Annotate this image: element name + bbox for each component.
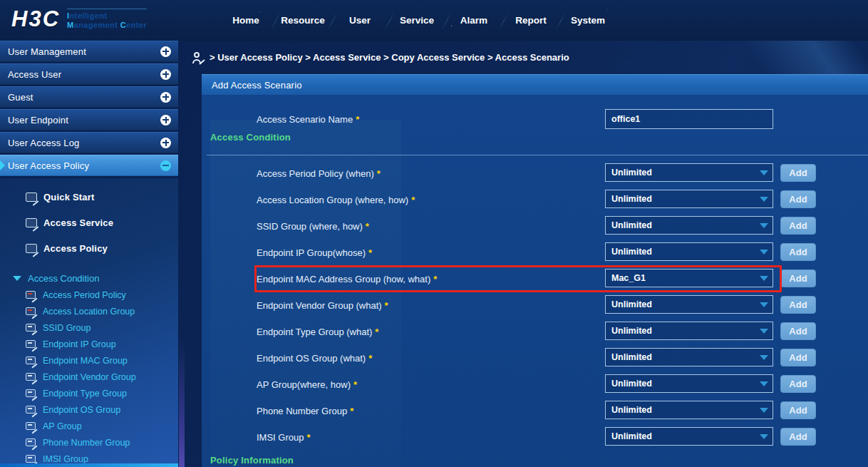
required-asterisk: *	[385, 299, 388, 310]
h3c-brand-text: H3C	[11, 6, 60, 32]
imsi-group-select[interactable]: Unlimited	[605, 427, 773, 446]
ap-group-icon	[26, 422, 36, 430]
form-row-endpoint-vendor-group: Endpoint Vendor Group (what)* Unlimited …	[202, 292, 868, 318]
tree-item-access-policy[interactable]: Access Policy	[0, 235, 178, 261]
required-asterisk: *	[377, 168, 381, 178]
add-endpoint-os-group-button[interactable]: Add	[780, 349, 816, 366]
phone-number-group-select[interactable]: Unlimited	[605, 401, 773, 419]
ap-group-select[interactable]: Unlimited	[605, 374, 773, 393]
nav-item-report[interactable]: Report	[502, 15, 559, 26]
sidebar-item-user-access-log[interactable]: User Access Log	[0, 132, 178, 153]
sidebar-item-user-endpoint[interactable]: User Endpoint	[0, 109, 178, 130]
chevron-down-icon	[760, 170, 768, 175]
imc-logo-text: Intelligent Management Center	[67, 9, 147, 30]
ssid-group-icon	[26, 324, 36, 332]
tree-item-endpoint-mac-group[interactable]: Endpoint MAC Group	[0, 352, 178, 369]
chevron-down-icon	[760, 434, 768, 439]
endpoint-ip-group-select[interactable]: Unlimited	[605, 242, 773, 261]
add-endpoint-type-group-button[interactable]: Add	[780, 322, 816, 340]
nav-item-resource[interactable]: Resource	[274, 15, 331, 26]
add-access-location-group-button[interactable]: Add	[780, 190, 816, 208]
tree-item-ap-group[interactable]: AP Group	[0, 418, 178, 434]
tree-item-imsi-group[interactable]: IMSI Group	[0, 451, 178, 463]
add-ap-group-button[interactable]: Add	[780, 375, 816, 393]
endpoint-type-group-select[interactable]: Unlimited	[605, 322, 773, 340]
tree-item-access-service[interactable]: Access Service	[0, 210, 178, 235]
tree-item-quick-start[interactable]: Quick Start	[0, 184, 178, 210]
chevron-down-icon	[13, 276, 21, 281]
access-period-policy-select[interactable]: Unlimited	[605, 163, 773, 182]
phone-number-group-icon	[26, 438, 36, 446]
h3c-logo: H3C Intelligent Management Center	[11, 6, 147, 32]
chevron-down-icon	[760, 381, 768, 386]
tree-item-ssid-group[interactable]: SSID Group	[0, 319, 178, 336]
endpoint-vendor-group-select[interactable]: Unlimited	[605, 295, 773, 314]
access-policy-icon	[26, 244, 37, 253]
form-row-access-period-policy: Access Period Policy (when)* Unlimited A…	[202, 160, 868, 186]
tree-item-endpoint-os-group[interactable]: Endpoint OS Group	[0, 401, 178, 418]
form-row-endpoint-ip-group: Endpoint IP Group(whose)* Unlimited Add	[202, 239, 868, 265]
panel-body: Access Scenario Name* Access Condition A…	[202, 95, 868, 467]
sidebar-item-user-management[interactable]: User Management	[0, 41, 178, 62]
required-asterisk: *	[350, 405, 353, 416]
form-row-ap-group: AP Group(where, how)* Unlimited Add	[202, 371, 868, 397]
nav-item-home[interactable]: Home	[217, 15, 274, 26]
chevron-down-icon	[760, 329, 768, 334]
tree-item-access-period-policy[interactable]: Access Period Policy	[0, 287, 178, 303]
ssid-group-select[interactable]: Unlimited	[605, 216, 773, 235]
required-asterisk: *	[353, 379, 357, 389]
expand-plus-icon[interactable]	[160, 138, 171, 148]
nav-item-alarm[interactable]: Alarm	[445, 15, 502, 26]
selected-arrow-icon	[0, 160, 5, 170]
os-group-icon	[26, 406, 36, 414]
tree-item-endpoint-type-group[interactable]: Endpoint Type Group	[0, 385, 178, 401]
access-scenario-name-input[interactable]	[605, 109, 773, 129]
vendor-group-icon	[26, 373, 36, 381]
field-label: Endpoint Vendor Group (what)*	[257, 299, 388, 310]
add-phone-number-group-button[interactable]: Add	[780, 401, 816, 419]
tree-item-phone-number-group[interactable]: Phone Number Group	[0, 434, 178, 451]
field-label: Endpoint IP Group(whose)*	[257, 247, 372, 257]
form-row-phone-number-group: Phone Number Group* Unlimited Add	[202, 397, 868, 424]
main-menu: Home Resource User Service Alarm Report …	[217, 0, 616, 41]
field-label: Endpoint MAC Address Group (how, what)*	[257, 273, 437, 284]
form-row-ssid-group: SSID Group (where, how)* Unlimited Add	[202, 212, 868, 239]
tree-branch-access-condition[interactable]: Access Condition	[0, 270, 178, 287]
field-label: SSID Group (where, how)*	[257, 220, 369, 231]
expand-plus-icon[interactable]	[160, 115, 171, 125]
section-divider	[207, 155, 868, 155]
expand-plus-icon[interactable]	[160, 46, 171, 57]
endpoint-mac-address-group-select[interactable]: Mac_G1	[605, 269, 773, 287]
endpoint-os-group-select[interactable]: Unlimited	[605, 348, 773, 366]
nav-item-system[interactable]: System	[559, 15, 616, 26]
required-asterisk: *	[433, 273, 437, 284]
required-asterisk: *	[366, 220, 369, 231]
required-asterisk: *	[368, 247, 372, 257]
breadcrumb[interactable]: > User Access Policy > Access Service > …	[187, 41, 868, 74]
type-group-icon	[26, 389, 36, 397]
tree-item-endpoint-ip-group[interactable]: Endpoint IP Group	[0, 336, 178, 352]
access-location-group-select[interactable]: Unlimited	[605, 190, 773, 208]
access-service-icon	[26, 218, 37, 227]
tree-item-endpoint-vendor-group[interactable]: Endpoint Vendor Group	[0, 369, 178, 385]
location-group-icon	[26, 307, 36, 315]
field-label: Endpoint Type Group (what)*	[257, 326, 378, 337]
sidebar-item-guest[interactable]: Guest	[0, 86, 178, 108]
add-endpoint-vendor-group-button[interactable]: Add	[780, 296, 816, 314]
form-row-imsi-group: IMSI Group* Unlimited Add	[202, 424, 868, 450]
sidebar-item-access-user[interactable]: Access User	[0, 63, 178, 85]
expand-plus-icon[interactable]	[160, 92, 171, 103]
nav-item-service[interactable]: Service	[388, 15, 445, 26]
expand-plus-icon[interactable]	[160, 69, 171, 80]
nav-item-user[interactable]: User	[331, 15, 388, 26]
tree-item-access-location-group[interactable]: Access Location Group	[0, 303, 178, 319]
add-endpoint-mac-address-group-button[interactable]: Add	[780, 270, 816, 287]
chevron-down-icon	[760, 355, 768, 360]
add-access-period-policy-button[interactable]: Add	[780, 164, 816, 182]
add-imsi-group-button[interactable]: Add	[780, 428, 816, 446]
collapse-minus-icon[interactable]	[160, 160, 171, 171]
sidebar-item-user-access-policy[interactable]: User Access Policy	[0, 155, 178, 176]
add-ssid-group-button[interactable]: Add	[780, 217, 816, 235]
add-endpoint-ip-group-button[interactable]: Add	[780, 243, 816, 261]
imsi-group-icon	[26, 455, 36, 463]
